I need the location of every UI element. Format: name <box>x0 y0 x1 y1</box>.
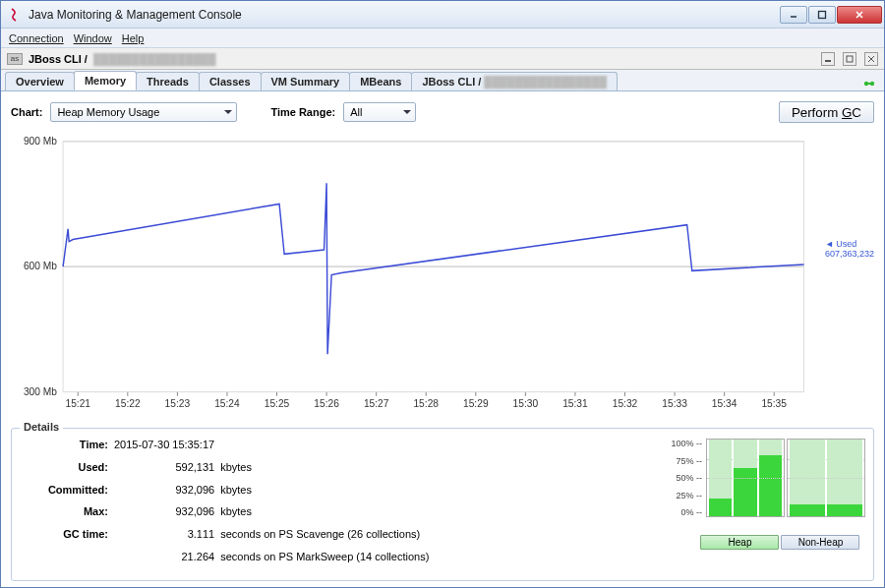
internal-frame-title: JBoss CLI / <box>29 53 88 65</box>
tab-overview[interactable]: Overview <box>5 72 75 90</box>
svg-text:15:25: 15:25 <box>265 396 290 408</box>
details-grid: Time:2015-07-30 15:35:17Used:592,131kbyt… <box>20 435 429 570</box>
svg-text:15:30: 15:30 <box>513 396 539 408</box>
svg-text:15:35: 15:35 <box>761 396 787 408</box>
internal-frame-bar: as JBoss CLI / ████████████████ <box>1 48 884 70</box>
detail-value: 592,131 <box>114 461 214 473</box>
svg-text:15:34: 15:34 <box>712 396 738 408</box>
detail-key: GC time: <box>20 528 108 540</box>
tab-mbeans[interactable]: MBeans <box>349 72 412 90</box>
svg-text:15:22: 15:22 <box>115 396 141 408</box>
detail-unit: kbytes <box>220 484 429 496</box>
svg-text:15:28: 15:28 <box>413 396 439 408</box>
svg-text:15:32: 15:32 <box>613 396 638 408</box>
app-server-icon: as <box>7 53 23 65</box>
chart-toolbar: Chart: Heap Memory Usage Time Range: All… <box>11 97 874 127</box>
detail-key: Used: <box>20 461 108 473</box>
heap-legend-button[interactable]: Heap <box>700 535 779 550</box>
close-button[interactable] <box>837 6 882 24</box>
svg-text:600 Mb: 600 Mb <box>24 260 57 271</box>
svg-text:15:26: 15:26 <box>314 396 339 408</box>
time-range-combo[interactable]: All <box>343 102 416 122</box>
tab-threads[interactable]: Threads <box>136 72 200 90</box>
heap-chart: 300 Mb600 Mb900 Mb15:2115:2215:2315:2415… <box>11 133 874 422</box>
svg-rect-3 <box>847 56 853 62</box>
svg-text:15:24: 15:24 <box>214 396 240 408</box>
svg-text:15:29: 15:29 <box>463 396 489 408</box>
memory-pool-bar[interactable] <box>709 440 732 516</box>
svg-text:15:23: 15:23 <box>165 396 191 408</box>
detail-value: 2015-07-30 15:35:17 <box>114 439 214 450</box>
memory-pool-bar[interactable] <box>827 440 862 516</box>
tab-classes[interactable]: Classes <box>199 72 262 90</box>
details-title: Details <box>20 421 63 433</box>
memory-pool-bars: 100% --75% --50% --25% --0% -- Heap Non-… <box>671 435 865 570</box>
chart-current-value-label: ◄ Used607,363,232 <box>825 239 874 259</box>
window-title: Java Monitoring & Management Console <box>29 8 779 22</box>
heap-bars[interactable] <box>706 439 785 517</box>
details-panel: Details Time:2015-07-30 15:35:17Used:592… <box>11 428 874 581</box>
detail-key: Max: <box>20 505 108 517</box>
menu-connection[interactable]: Connection <box>9 32 64 44</box>
tab-vm-summary[interactable]: VM Summary <box>261 72 351 90</box>
detail-value: 21.264 <box>114 551 214 562</box>
detail-unit: kbytes <box>220 461 429 473</box>
menu-help[interactable]: Help <box>122 32 145 44</box>
connection-status-icon <box>862 77 876 90</box>
detail-value: 3.111 <box>114 528 214 540</box>
svg-text:300 Mb: 300 Mb <box>24 384 57 396</box>
tab-memory[interactable]: Memory <box>74 71 137 90</box>
nonheap-legend-button[interactable]: Non-Heap <box>781 535 859 550</box>
svg-text:900 Mb: 900 Mb <box>24 135 57 147</box>
chart-combo[interactable]: Heap Memory Usage <box>50 102 237 122</box>
detail-unit: kbytes <box>220 505 429 517</box>
java-icon <box>7 7 23 23</box>
nonheap-bars[interactable] <box>787 439 865 517</box>
svg-text:15:27: 15:27 <box>364 396 389 408</box>
internal-frame-title-blurred: ████████████████ <box>93 53 216 65</box>
titlebar: Java Monitoring & Management Console <box>1 1 884 29</box>
memory-pool-bar[interactable] <box>734 440 756 516</box>
internal-minimize-button[interactable] <box>821 52 835 66</box>
svg-text:15:31: 15:31 <box>562 396 588 408</box>
time-range-label: Time Range: <box>270 106 335 118</box>
detail-unit: seconds on PS MarkSweep (14 collections) <box>220 551 429 562</box>
tabstrip: Overview Memory Threads Classes VM Summa… <box>1 70 884 91</box>
svg-rect-1 <box>819 11 826 18</box>
minimize-button[interactable] <box>780 6 807 24</box>
chart-label: Chart: <box>11 106 42 118</box>
maximize-button[interactable] <box>808 6 836 24</box>
detail-value: 932,096 <box>114 505 214 517</box>
detail-value: 932,096 <box>114 484 214 496</box>
svg-text:15:33: 15:33 <box>662 396 687 408</box>
tab-jboss-cli[interactable]: JBoss CLI / ████████████████ <box>411 72 618 90</box>
detail-key: Time: <box>20 439 108 450</box>
memory-pool-bar[interactable] <box>759 440 782 516</box>
detail-key: Committed: <box>20 484 108 496</box>
perform-gc-button[interactable]: Perform GC <box>779 101 874 123</box>
detail-unit: seconds on PS Scavenge (26 collections) <box>220 528 429 540</box>
memory-pool-bar[interactable] <box>790 440 825 516</box>
menu-window[interactable]: Window <box>74 32 112 44</box>
internal-maximize-button[interactable] <box>843 52 856 66</box>
svg-rect-6 <box>866 83 872 85</box>
svg-rect-2 <box>825 60 831 62</box>
svg-text:15:21: 15:21 <box>65 396 90 408</box>
internal-close-button[interactable] <box>864 52 878 66</box>
menubar: Connection Window Help <box>1 29 884 48</box>
